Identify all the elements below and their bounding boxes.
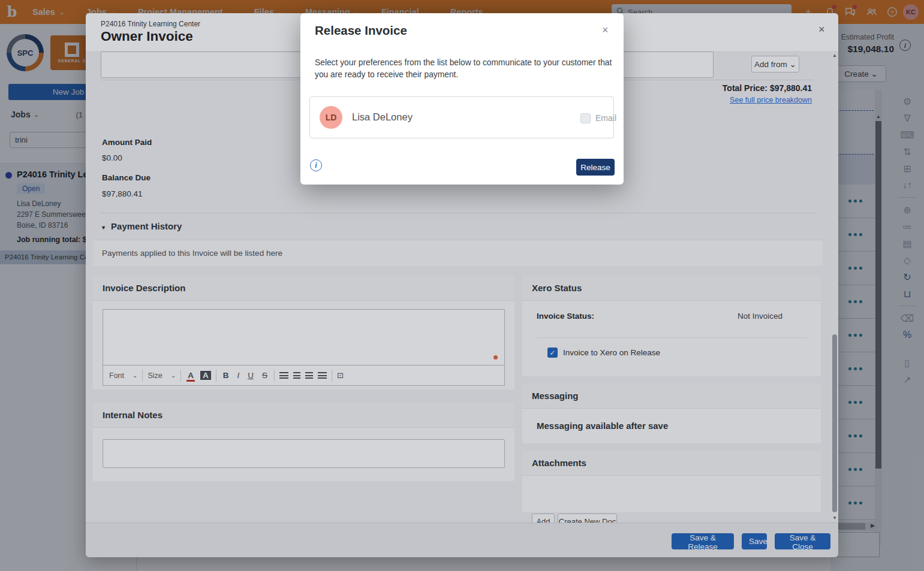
info-icon[interactable]: i — [310, 159, 322, 171]
email-checkbox-label: Email — [595, 113, 616, 123]
recipient-name: Lisa DeLoney — [352, 111, 413, 123]
close-icon[interactable]: × — [602, 24, 609, 37]
screen: b Sales⌄Jobs⌄Project Management⌄Files⌄Me… — [0, 0, 924, 571]
recipient-card: LD Lisa DeLoney Email — [309, 96, 614, 138]
release-button[interactable]: Release — [576, 159, 615, 176]
recipient-avatar: LD — [320, 106, 342, 129]
dialog-title: Release Invoice — [315, 23, 407, 38]
dialog-description: Select your preferences from the list be… — [315, 57, 616, 80]
email-checkbox[interactable] — [580, 113, 591, 123]
release-invoice-dialog: Release Invoice × Select your preference… — [300, 13, 624, 185]
